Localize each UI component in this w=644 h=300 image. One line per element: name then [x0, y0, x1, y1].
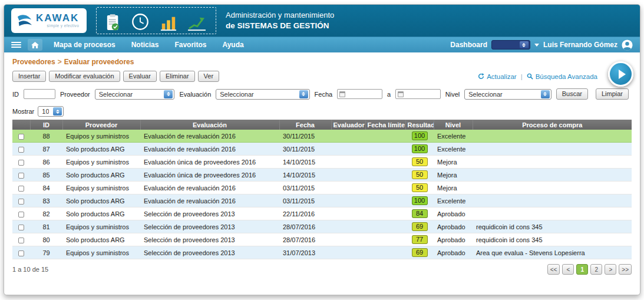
header-fecha[interactable]: Fecha [279, 120, 331, 130]
table-row[interactable]: 87Solo productos ARGEvaluación de revalu… [12, 143, 632, 156]
fecha-conjunction: a [387, 91, 391, 98]
evaluar-button[interactable]: Evaluar [123, 71, 157, 82]
id-filter-input[interactable] [24, 89, 55, 99]
brand-tagline: simple y efectivo [36, 24, 79, 28]
cell-fecha-limite [365, 156, 405, 169]
page-last-button[interactable]: >> [619, 264, 632, 275]
row-checkbox[interactable] [18, 225, 24, 230]
limpiar-button[interactable]: Limpiar [596, 88, 629, 100]
calendar-icon [398, 91, 404, 97]
page-1-button[interactable]: 1 [576, 264, 588, 275]
table-row[interactable]: 84Equipos y suministrosEvaluación de rev… [12, 182, 632, 194]
resultado-badge: 69 [412, 248, 428, 257]
breadcrumb-parent[interactable]: Proveedores [12, 58, 55, 66]
row-checkbox[interactable] [18, 250, 24, 256]
insertar-button[interactable]: Insertar [12, 71, 46, 82]
cell-id: 80 [30, 233, 62, 246]
resultado-badge: 50 [412, 157, 428, 166]
nav-item-mapa-de-procesos[interactable]: Mapa de procesos [54, 41, 115, 49]
hamburger-menu-icon[interactable] [11, 42, 21, 48]
header-proceso-de-compra[interactable]: Proceso de compra [473, 120, 632, 130]
cell-evaluador [331, 182, 365, 194]
header-nivel[interactable]: Nivel [434, 120, 473, 130]
cell-evaluacion: Selección de proveedores 2013 [140, 246, 279, 259]
kawak-logo[interactable]: KAWAK simple y efectivo [11, 8, 87, 33]
buscar-button[interactable]: Buscar [556, 88, 588, 100]
row-checkbox[interactable] [18, 134, 24, 140]
cell-evaluacion: Evaluación única de proveedores 2016 [140, 156, 279, 169]
row-checkbox[interactable] [18, 199, 24, 205]
page-2-button[interactable]: 2 [590, 264, 602, 275]
table-row[interactable]: 80Solo productos ARGSelección de proveed… [12, 233, 632, 246]
header-evaluacion[interactable]: Evaluación [140, 120, 279, 130]
cell-proveedor: Solo productos ARG [62, 207, 140, 220]
cell-proveedor: Solo productos ARG [62, 233, 140, 246]
resultado-badge: 50 [412, 183, 428, 192]
eliminar-button[interactable]: Eliminar [160, 71, 195, 82]
ver-button[interactable]: Ver [198, 71, 220, 82]
play-fab-button[interactable] [608, 61, 633, 87]
row-checkbox[interactable] [18, 160, 24, 166]
row-checkbox[interactable] [18, 173, 24, 179]
cell-nivel: Aprobado [434, 220, 473, 233]
header-feature-icons [96, 7, 216, 34]
header-evaluador[interactable]: Evaluador [331, 120, 365, 130]
modificar-evaluacion-button[interactable]: Modificar evaluación [49, 71, 120, 82]
cell-evaluacion: Evaluación única de proveedores 2016 [140, 169, 279, 182]
cell-proceso-de-compra [473, 156, 632, 169]
user-avatar-icon[interactable] [622, 39, 633, 51]
proveedor-select[interactable]: Seleccionar [95, 89, 175, 100]
cell-resultado: 100 [405, 130, 434, 143]
page-size-select[interactable]: 10 [38, 106, 64, 117]
bar-chart-icon [160, 15, 177, 31]
header-proveedor[interactable]: Proveedor [62, 120, 140, 130]
row-checkbox[interactable] [18, 186, 24, 192]
header-id[interactable]: ID [30, 120, 62, 130]
nav-item-ayuda[interactable]: Ayuda [222, 41, 243, 49]
cell-id: 81 [30, 220, 62, 233]
table-row[interactable]: 81Equipos y suministrosSelección de prov… [12, 220, 632, 233]
row-checkbox[interactable] [18, 212, 24, 217]
evaluacion-filter-label: Evaluación [179, 91, 211, 98]
cell-id: 79 [30, 246, 62, 259]
page-prev-button[interactable]: < [562, 264, 574, 275]
app-title-line1: Administración y mantenimiento [226, 11, 334, 21]
nivel-select[interactable]: Seleccionar [464, 89, 551, 100]
evaluacion-select[interactable]: Seleccionar [216, 89, 309, 100]
cell-id: 84 [30, 182, 62, 194]
table-row[interactable]: 79Equipos y suministrosSelección de prov… [12, 246, 632, 259]
nav-item-favoritos[interactable]: Favoritos [174, 41, 206, 49]
cell-fecha-limite [365, 169, 405, 182]
table-row[interactable]: 83Solo productos ARGEvaluación de revalu… [12, 194, 632, 207]
home-button[interactable] [28, 39, 42, 51]
dashboard-select[interactable] [491, 40, 530, 50]
cell-evaluador [331, 220, 365, 233]
cell-evaluacion: Evaluación de revaluación 2016 [140, 143, 279, 156]
cell-evaluacion: Evaluación de revaluación 2016 [140, 182, 279, 194]
busqueda-avanzada-link[interactable]: Búsqueda Avanzada [527, 73, 597, 80]
cell-nivel: Aprobado [434, 246, 473, 259]
table-row[interactable]: 85Solo productos ARGEvaluación única de … [12, 169, 632, 182]
cell-resultado: 100 [405, 143, 434, 156]
cell-fecha-limite [365, 143, 405, 156]
fecha-desde-input[interactable] [337, 89, 382, 99]
user-name[interactable]: Luis Fernando Gómez [543, 41, 617, 49]
cell-fecha: 03/11/2015 [279, 182, 331, 194]
row-checkbox[interactable] [18, 238, 24, 243]
cell-nivel: Mejora [434, 182, 473, 194]
chevron-down-icon[interactable] [534, 44, 539, 47]
table-row[interactable]: 88Equipos y suministrosEvaluación de rev… [12, 130, 632, 143]
nav-item-noticias[interactable]: Noticias [131, 41, 159, 49]
table-row[interactable]: 82Solo productos ARGSelección de proveed… [12, 207, 632, 220]
app-window: KAWAK simple y efectivo [4, 4, 640, 295]
cell-nivel: Aprobado [434, 233, 473, 246]
cell-evaluador [331, 169, 365, 182]
page-first-button[interactable]: << [547, 264, 560, 275]
header-resultado[interactable]: Resultado [405, 120, 434, 130]
actualizar-link[interactable]: Actualizar [478, 73, 517, 80]
page-next-button[interactable]: > [605, 264, 616, 275]
row-checkbox[interactable] [18, 147, 24, 153]
table-row[interactable]: 86Equipos y suministrosEvaluación única … [12, 156, 632, 169]
fecha-hasta-input[interactable] [395, 89, 441, 99]
header-fecha-limite[interactable]: Fecha límite [365, 120, 405, 130]
